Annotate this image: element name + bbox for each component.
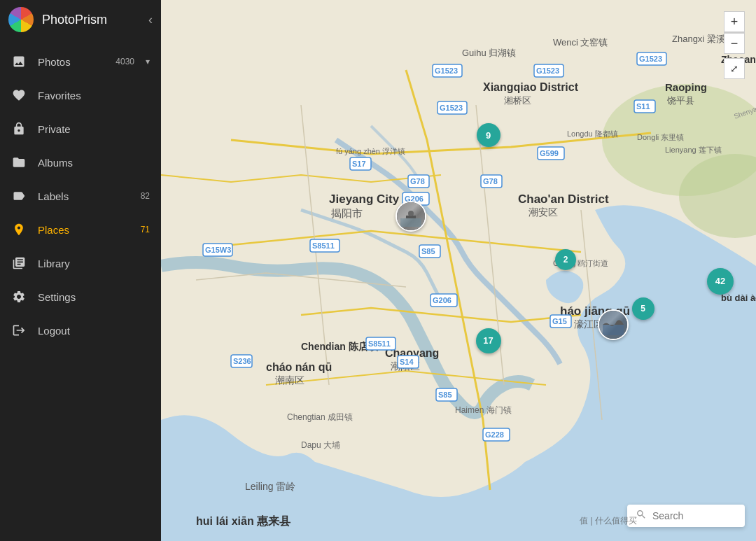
sidebar-item-library[interactable]: Library — [0, 246, 161, 280]
svg-text:G206: G206 — [433, 296, 451, 304]
sidebar-item-favorites[interactable]: Favorites — [0, 78, 161, 112]
map-controls: + − ⤢ — [724, 11, 745, 79]
sidebar-item-photos[interactable]: Photos 4030 ▾ — [0, 45, 161, 78]
svg-text:湘桥区: 湘桥区 — [504, 95, 531, 106]
svg-rect-76 — [400, 218, 421, 227]
labels-label: Labels — [38, 190, 130, 202]
places-label: Places — [38, 224, 130, 236]
svg-text:Wenci 文窑镇: Wenci 文窑镇 — [553, 37, 608, 48]
map-area: Guihu 归湖镇 Wenci 文窑镇 Zhangxi 梁溪镇 Zhaoan 诏… — [161, 0, 756, 541]
svg-text:潮安区: 潮安区 — [528, 206, 558, 218]
zoom-out-button[interactable]: − — [724, 33, 745, 54]
svg-text:Chao'an District: Chao'an District — [518, 192, 609, 206]
logout-icon — [11, 323, 27, 338]
library-icon — [11, 255, 27, 271]
sidebar-item-labels[interactable]: Labels 82 — [0, 179, 161, 213]
svg-text:Dapu 大埔: Dapu 大埔 — [301, 440, 340, 450]
svg-text:S17: S17 — [352, 160, 366, 168]
svg-text:S11: S11 — [636, 102, 650, 111]
sidebar-item-albums[interactable]: Albums — [0, 146, 161, 179]
cluster-marker-2[interactable]: 2 — [555, 249, 576, 270]
svg-text:G15W3: G15W3 — [205, 246, 231, 254]
albums-icon — [11, 155, 27, 170]
sidebar: PhotoPrism ‹ Photos 4030 ▾ Favorites Pri… — [0, 0, 161, 541]
private-label: Private — [38, 123, 150, 135]
sidebar-header: PhotoPrism ‹ — [0, 0, 161, 39]
labels-badge: 82 — [141, 191, 150, 201]
svg-text:S8511: S8511 — [368, 339, 391, 348]
favorites-icon — [11, 87, 27, 103]
svg-text:Haimen 海门镇: Haimen 海门镇 — [455, 405, 512, 415]
favorites-label: Favorites — [38, 90, 150, 101]
sidebar-item-settings[interactable]: Settings — [0, 280, 161, 314]
svg-text:Dongli 东里镇: Dongli 东里镇 — [637, 133, 684, 141]
sidebar-nav: Photos 4030 ▾ Favorites Private Albums — [0, 39, 161, 541]
photos-icon — [11, 54, 27, 69]
svg-point-78 — [408, 211, 414, 216]
svg-text:Jieyang City: Jieyang City — [329, 192, 400, 206]
svg-text:饶平县: 饶平县 — [666, 95, 694, 106]
svg-text:Xiangqiao District: Xiangqiao District — [483, 81, 579, 93]
svg-text:Lienyang 莲下镇: Lienyang 莲下镇 — [665, 146, 722, 154]
labels-icon — [11, 188, 27, 204]
search-input[interactable] — [652, 510, 736, 521]
photo-marker-1[interactable] — [396, 201, 426, 232]
svg-text:S8511: S8511 — [312, 241, 335, 250]
cluster-marker-17[interactable]: 17 — [476, 328, 501, 353]
svg-text:S236: S236 — [233, 357, 251, 365]
svg-rect-79 — [603, 325, 624, 335]
svg-text:揭阳市: 揭阳市 — [331, 207, 363, 219]
cluster-marker-42[interactable]: 42 — [707, 268, 734, 295]
photo-marker-2[interactable] — [598, 309, 629, 340]
sidebar-collapse-button[interactable]: ‹ — [148, 13, 153, 27]
svg-text:S85: S85 — [421, 247, 435, 255]
svg-text:Guihu 归湖镇: Guihu 归湖镇 — [462, 48, 516, 58]
logout-label: Logout — [38, 325, 150, 337]
svg-text:G1523: G1523 — [536, 66, 559, 75]
places-badge: 71 — [141, 225, 150, 234]
search-icon — [636, 509, 647, 523]
svg-text:bù dài ào 布袋澳: bù dài ào 布袋澳 — [721, 293, 756, 303]
svg-text:潮南区: 潮南区 — [275, 374, 304, 386]
photos-badge: 4030 — [115, 57, 134, 66]
svg-text:Leiling 雷岭: Leiling 雷岭 — [245, 481, 295, 492]
places-icon — [11, 222, 27, 237]
sidebar-item-private[interactable]: Private — [0, 112, 161, 146]
svg-text:G78: G78 — [483, 177, 498, 185]
sidebar-item-logout[interactable]: Logout — [0, 314, 161, 347]
svg-text:Chengtian 成田镇: Chengtian 成田镇 — [287, 412, 353, 422]
svg-text:Longdu 隆都镇: Longdu 隆都镇 — [567, 129, 618, 138]
svg-text:cháo nán qū: cháo nán qū — [266, 361, 332, 373]
svg-text:hui lái xiān 惠来县: hui lái xiān 惠来县 — [196, 515, 291, 527]
sidebar-item-places[interactable]: Places 71 — [0, 213, 161, 246]
photos-label: Photos — [38, 56, 104, 68]
app-logo — [8, 7, 34, 32]
svg-text:G1523: G1523 — [440, 104, 463, 112]
svg-text:S14: S14 — [400, 358, 414, 366]
svg-text:G599: G599 — [540, 149, 559, 157]
cluster-marker-9[interactable]: 9 — [477, 123, 500, 147]
settings-label: Settings — [38, 291, 150, 303]
private-icon — [11, 121, 27, 136]
svg-text:S85: S85 — [438, 391, 452, 399]
map-container[interactable]: Guihu 归湖镇 Wenci 文窑镇 Zhangxi 梁溪镇 Zhaoan 诏… — [161, 0, 756, 541]
albums-label: Albums — [38, 157, 150, 169]
svg-text:fú yáng zhèn 浮洋镇: fú yáng zhèn 浮洋镇 — [336, 147, 405, 155]
svg-text:G1523: G1523 — [435, 66, 458, 75]
fullscreen-button[interactable]: ⤢ — [724, 58, 745, 79]
map-svg: Guihu 归湖镇 Wenci 文窑镇 Zhangxi 梁溪镇 Zhaoan 诏… — [161, 0, 756, 541]
cluster-marker-5[interactable]: 5 — [632, 297, 654, 320]
svg-text:G228: G228 — [485, 430, 504, 439]
settings-icon — [11, 289, 27, 304]
svg-text:G15: G15 — [552, 317, 567, 325]
search-bar — [627, 505, 745, 527]
svg-text:G78: G78 — [410, 177, 425, 185]
zoom-in-button[interactable]: + — [724, 11, 745, 32]
app-title: PhotoPrism — [42, 13, 140, 27]
photos-expand-icon: ▾ — [146, 57, 150, 66]
svg-text:G1523: G1523 — [639, 55, 662, 63]
svg-text:Raoping: Raoping — [665, 81, 707, 93]
library-label: Library — [38, 258, 150, 269]
